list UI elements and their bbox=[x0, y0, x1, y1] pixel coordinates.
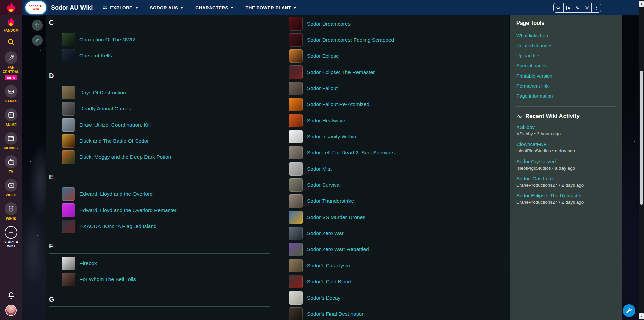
book-icon-circle bbox=[5, 202, 17, 215]
rail-item-wikis[interactable]: WIKIS bbox=[5, 202, 17, 221]
entry-thumbnail bbox=[289, 194, 303, 208]
more-button[interactable] bbox=[591, 3, 601, 12]
entry-thumbnail bbox=[289, 291, 303, 305]
rail-item-fan-central[interactable]: FANCENTRALBETA bbox=[3, 51, 19, 80]
page-tools-link-permanent-link[interactable]: Permanent link bbox=[516, 81, 616, 91]
rail-item-fandom[interactable]: FANDOM bbox=[3, 17, 18, 33]
page-tools-link-upload-file[interactable]: Upload file bbox=[516, 51, 616, 61]
category-entry[interactable]: Sodor Heatwave bbox=[289, 114, 507, 127]
category-entry[interactable]: Duck, Meggy and the Deep Dark Potion bbox=[49, 150, 270, 164]
divider bbox=[516, 106, 616, 107]
category-entry[interactable]: Sodor Fallout bbox=[289, 82, 507, 95]
category-entry[interactable]: Sodor Dreamcores bbox=[289, 17, 507, 31]
category-entry[interactable]: Curse of Kells bbox=[49, 49, 270, 62]
entry-title: Sodor Fallout Re-Atomized bbox=[307, 101, 369, 107]
rail-item-video[interactable]: VIDEO bbox=[5, 179, 17, 197]
category-entry[interactable]: Days Of Destruction bbox=[49, 86, 270, 99]
activity-page-link[interactable]: Sodor Eclipse: The Remaster bbox=[516, 192, 616, 199]
topnav-item-the-power-plant[interactable]: THE POWER PLANT bbox=[246, 5, 297, 10]
topnav-item-explore[interactable]: EXPLORE bbox=[103, 5, 138, 10]
page-tools-link-special-pages[interactable]: Special pages bbox=[516, 61, 616, 71]
category-entry[interactable]: For Whom The Bell Tolls bbox=[49, 273, 270, 286]
pencil-icon bbox=[35, 38, 40, 43]
letter-heading: G bbox=[49, 295, 270, 304]
topnav-item-sodor-aus[interactable]: SODOR AUS bbox=[150, 5, 183, 10]
category-entry[interactable]: Sodor Fallout Re-Atomized bbox=[289, 98, 507, 111]
category-entry[interactable]: Sodor Insanity Within bbox=[289, 130, 507, 143]
theme-button[interactable] bbox=[582, 3, 591, 12]
rail-item-start-a-wiki[interactable]: START A WIKI bbox=[0, 226, 22, 248]
category-entry[interactable]: Sodor Eclipse bbox=[289, 49, 507, 63]
category-entry[interactable]: Sodor VS Murder Drones bbox=[289, 211, 507, 224]
category-entry[interactable]: Edward, Lloyd and the Overlord bbox=[49, 187, 270, 201]
category-entry[interactable]: Sodor's Cold Blood bbox=[289, 275, 507, 288]
activity-item: Sodor: Gas LeakCraneProductions27 • 2 da… bbox=[516, 175, 616, 189]
scroll-down-arrow[interactable]: ▼ bbox=[639, 313, 644, 319]
page-tools-link-related-changes[interactable]: Related changes bbox=[516, 41, 616, 51]
category-entry[interactable]: EXACUATION: “A Plagued Island” bbox=[49, 220, 270, 233]
entry-title: Sodor Thunderstrike bbox=[307, 198, 354, 204]
letter-heading: D bbox=[49, 71, 270, 80]
category-entry[interactable]: Sodor's Cataclysm bbox=[289, 259, 507, 272]
entry-title: Sodor Dreamcores: Feeling Scrapped bbox=[307, 37, 394, 43]
category-entry[interactable]: Deadly Annual Games bbox=[49, 102, 270, 116]
page-tools-link-printable-version[interactable]: Printable version bbox=[516, 71, 616, 81]
rail-item-tv[interactable]: TV bbox=[5, 155, 17, 174]
rail-item-movies[interactable]: MOVIES bbox=[4, 132, 18, 150]
entry-thumbnail bbox=[289, 130, 303, 143]
category-entry[interactable]: Sodor Eclipse: The Remaster bbox=[289, 65, 507, 79]
page-tools-link-page-information[interactable]: Page information bbox=[516, 91, 616, 101]
activity-page-link[interactable]: XSkibby bbox=[516, 124, 616, 131]
collapse-rail-button[interactable] bbox=[32, 20, 43, 31]
activity-page-link[interactable]: Sodor Crystalized bbox=[516, 158, 616, 165]
page-tools-link-what-links-here[interactable]: What links here bbox=[516, 31, 616, 41]
activity-page-link[interactable]: Sodor: Gas Leak bbox=[516, 175, 616, 182]
category-entry[interactable]: Edward, Lloyd and the Overlord Remaster bbox=[49, 203, 270, 217]
search-button[interactable] bbox=[554, 3, 563, 12]
recent-activity-heading: Recent Wiki Activity bbox=[516, 113, 616, 120]
category-entry[interactable]: Sodor Survival bbox=[289, 178, 507, 192]
category-entry[interactable]: Firebox bbox=[49, 257, 270, 270]
scrollbar-thumb[interactable] bbox=[640, 71, 643, 205]
rail-item-games[interactable]: GAMES bbox=[5, 85, 17, 103]
video-play-icon bbox=[8, 182, 15, 189]
category-entry[interactable]: Sodor's Decay bbox=[289, 291, 507, 305]
global-rail: FANDOM FANCENTRALBETAGAMESANIMEMOVIESTVV… bbox=[0, 15, 22, 320]
anime-face-icon bbox=[8, 111, 15, 119]
wiki-logo[interactable]: SODOR AU WIKI bbox=[26, 2, 46, 14]
category-entry[interactable]: Sodor Mist bbox=[289, 162, 507, 176]
activity-page-link[interactable]: ClowncatFNF bbox=[516, 141, 616, 148]
site-title[interactable]: Sodor AU Wiki bbox=[51, 4, 93, 11]
gamepad-icon-circle bbox=[5, 85, 17, 98]
user-avatar[interactable] bbox=[5, 305, 17, 316]
scroll-up-arrow[interactable]: ▲ bbox=[639, 1, 644, 7]
top-navbar: SODOR AU WIKI Sodor AU Wiki EXPLORESODOR… bbox=[0, 0, 644, 15]
scrollbar[interactable]: ▲ ▼ bbox=[639, 0, 644, 320]
category-entry[interactable]: Sodor Dreamcores: Feeling Scrapped bbox=[289, 33, 507, 47]
my-tools-button[interactable] bbox=[623, 304, 635, 317]
fandom-logo-corner[interactable] bbox=[0, 0, 22, 15]
entry-title: Sodor's Cataclysm bbox=[307, 263, 350, 269]
category-entry[interactable]: Sodor's Final Destination bbox=[289, 307, 507, 320]
entry-title: Curse of Kells bbox=[79, 53, 112, 59]
rail-item-anime[interactable]: ANIME bbox=[5, 108, 17, 127]
notifications-bell-icon[interactable] bbox=[7, 291, 15, 300]
category-entry[interactable]: Duck and The Battle Of Sodor bbox=[49, 134, 270, 148]
activity-item: ClowncatFNFIsleofPigsStudios • a day ago bbox=[516, 141, 616, 154]
category-entry[interactable]: Sodor Thunderstrike bbox=[289, 194, 507, 208]
topnav-item-characters[interactable]: CHARACTERS bbox=[195, 5, 233, 10]
search-icon[interactable] bbox=[7, 38, 15, 46]
letter-section-F: FFireboxFor Whom The Bell Tolls bbox=[49, 242, 270, 286]
activity-button[interactable] bbox=[573, 3, 582, 12]
category-entry[interactable]: Sodor Zero War bbox=[289, 227, 507, 240]
category-entry[interactable]: Sodor Left For Dead 2: Soul Survivors bbox=[289, 146, 507, 159]
category-entry[interactable]: Draw, Utilize, Coordination, Kill bbox=[49, 118, 270, 132]
category-entry[interactable]: Corruption Of The NWR bbox=[49, 33, 270, 46]
discussions-button[interactable] bbox=[563, 3, 573, 12]
wiki-logo-text: SODOR AU bbox=[29, 5, 43, 8]
entry-title: Sodor Heatwave bbox=[307, 118, 345, 124]
letter-section-G: G bbox=[49, 295, 270, 307]
category-entry[interactable]: Sodor Zero War: Rebattled bbox=[289, 243, 507, 256]
edit-page-button[interactable] bbox=[32, 35, 43, 46]
rail-item-label: VIDEO bbox=[6, 193, 17, 197]
